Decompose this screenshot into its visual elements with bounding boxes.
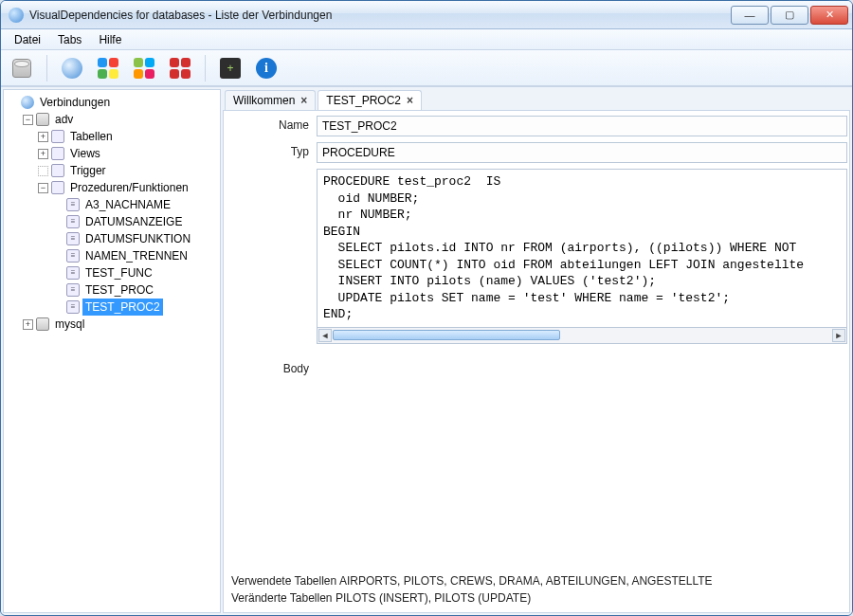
expand-icon[interactable]: +: [38, 149, 48, 159]
titlebar[interactable]: VisualDependencies for databases - Liste…: [1, 1, 852, 29]
tree-root[interactable]: Verbindungen: [8, 94, 218, 111]
window-title: VisualDependencies for databases - Liste…: [29, 9, 731, 22]
window-controls: — ▢ ✕: [731, 6, 848, 25]
tab-label: TEST_PROC2: [326, 94, 401, 107]
folder-icon: [51, 164, 64, 177]
tree-db-adv[interactable]: − adv: [23, 111, 218, 128]
menu-hilfe[interactable]: Hilfe: [91, 31, 129, 48]
summary-block: Verwendete Tabellen AIRPORTS, PILOTS, CR…: [226, 569, 847, 610]
toolbar-globe[interactable]: [57, 53, 87, 83]
summary-used: Verwendete Tabellen AIRPORTS, PILOTS, CR…: [231, 572, 842, 589]
tree-proc-item[interactable]: ≡DATUMSANZEIGE: [53, 213, 218, 230]
tree-tables-label: Tabellen: [67, 128, 116, 145]
menubar: Datei Tabs Hilfe: [1, 29, 852, 50]
spacer: [53, 200, 64, 210]
app-icon: [9, 8, 24, 23]
toolbar-console[interactable]: +: [215, 53, 245, 83]
expand-icon[interactable]: +: [23, 319, 33, 330]
tree-proc-item[interactable]: ≡TEST_FUNC: [53, 264, 218, 281]
minimize-button[interactable]: —: [731, 6, 769, 25]
row-body: Body PROCEDURE test_proc2 IS oid NUMBER;…: [226, 169, 847, 566]
grid-mixed-icon: [134, 58, 154, 79]
tree-proc-label: DATUMSFUNKTION: [82, 230, 193, 247]
tree-db-mysql[interactable]: + mysql: [23, 316, 218, 333]
toolbar: + i: [1, 50, 852, 86]
info-icon: i: [256, 58, 277, 79]
label-typ: Typ: [226, 142, 317, 158]
tree-proc-item-selected[interactable]: ≡TEST_PROC2: [53, 299, 218, 316]
spacer: [8, 98, 18, 108]
proc-icon: ≡: [66, 283, 80, 297]
tab-willkommen[interactable]: Willkommen ×: [225, 90, 316, 110]
toolbar-separator: [205, 55, 206, 82]
spacer: [53, 234, 64, 245]
proc-icon: ≡: [66, 266, 80, 280]
toolbar-view-1[interactable]: [93, 53, 123, 83]
summary-used-value: AIRPORTS, PILOTS, CREWS, DRAMA, ABTEILUN…: [339, 574, 713, 588]
tab-close-icon[interactable]: ×: [300, 94, 307, 107]
scroll-thumb[interactable]: [333, 330, 560, 340]
app-window: VisualDependencies for databases - Liste…: [0, 0, 853, 616]
globe-icon: [62, 58, 82, 79]
toolbar-separator: [46, 55, 47, 82]
collapse-icon[interactable]: −: [38, 183, 48, 193]
tree-proc-item[interactable]: ≡TEST_PROC: [53, 281, 218, 299]
folder-icon: [51, 147, 64, 160]
proc-icon: ≡: [66, 232, 80, 245]
tab-close-icon[interactable]: ×: [407, 94, 413, 107]
tree-proc-item[interactable]: ≡A3_NACHNAME: [53, 196, 218, 213]
tree-proc-label: A3_NACHNAME: [82, 196, 173, 213]
scroll-left-icon[interactable]: ◄: [318, 329, 332, 342]
field-name[interactable]: TEST_PROC2: [317, 116, 847, 136]
proc-icon: ≡: [66, 300, 80, 314]
field-typ[interactable]: PROCEDURE: [317, 142, 847, 163]
folder-icon: [51, 130, 64, 143]
spacer: [53, 268, 64, 279]
expand-empty-icon[interactable]: [38, 166, 48, 176]
tree-views-label: Views: [67, 145, 103, 162]
proc-icon: ≡: [66, 215, 80, 228]
proc-icon: ≡: [66, 249, 80, 263]
expand-icon[interactable]: +: [38, 132, 48, 142]
tree-views[interactable]: + Views: [38, 145, 218, 162]
editor-content: Name TEST_PROC2 Typ PROCEDURE Body PROCE…: [223, 110, 850, 613]
horizontal-scrollbar[interactable]: ◄ ►: [317, 328, 847, 344]
label-body: Body: [226, 359, 317, 375]
tree-proc-label: DATUMSANZEIGE: [82, 213, 185, 230]
database-icon: [12, 59, 31, 78]
maximize-button[interactable]: ▢: [771, 6, 808, 25]
tree-proc-label: NAMEN_TRENNEN: [82, 247, 191, 264]
console-icon: +: [220, 58, 241, 79]
tree-root-label: Verbindungen: [37, 94, 113, 111]
label-name: Name: [226, 116, 317, 132]
tab-testproc2[interactable]: TEST_PROC2 ×: [318, 90, 422, 110]
toolbar-view-2[interactable]: [129, 53, 159, 83]
close-button[interactable]: ✕: [810, 6, 848, 25]
grid-red-icon: [170, 58, 191, 79]
grid-colorful-icon: [98, 58, 118, 79]
row-typ: Typ PROCEDURE: [226, 142, 847, 163]
summary-used-label: Verwendete Tabellen: [231, 574, 336, 588]
tree-proc-item[interactable]: ≡NAMEN_TRENNEN: [53, 247, 218, 264]
connection-tree[interactable]: Verbindungen − adv +: [3, 89, 221, 613]
toolbar-view-3[interactable]: [165, 53, 195, 83]
tree-tables[interactable]: + Tabellen: [38, 128, 218, 145]
toolbar-info[interactable]: i: [251, 53, 281, 83]
tree-db-label: adv: [52, 111, 76, 128]
tree-proc-item[interactable]: ≡DATUMSFUNKTION: [53, 230, 218, 247]
collapse-icon[interactable]: −: [23, 115, 33, 125]
tree-proc-label: TEST_FUNC: [82, 264, 155, 281]
scroll-right-icon[interactable]: ►: [832, 329, 845, 342]
main-pane: Willkommen × TEST_PROC2 × Name TEST_PROC…: [223, 89, 850, 613]
tree-procs[interactable]: − Prozeduren/Funktionen: [38, 179, 218, 196]
menu-tabs[interactable]: Tabs: [50, 31, 89, 48]
menu-datei[interactable]: Datei: [7, 31, 48, 48]
toolbar-new-connection[interactable]: [7, 53, 37, 83]
tree-proc-label: TEST_PROC: [82, 281, 156, 299]
tab-label: Willkommen: [233, 94, 295, 107]
database-icon: [36, 317, 49, 331]
folder-icon: [51, 181, 64, 194]
field-body[interactable]: PROCEDURE test_proc2 IS oid NUMBER; nr N…: [317, 169, 847, 328]
spacer: [53, 217, 64, 227]
tree-trigger[interactable]: Trigger: [38, 162, 218, 179]
